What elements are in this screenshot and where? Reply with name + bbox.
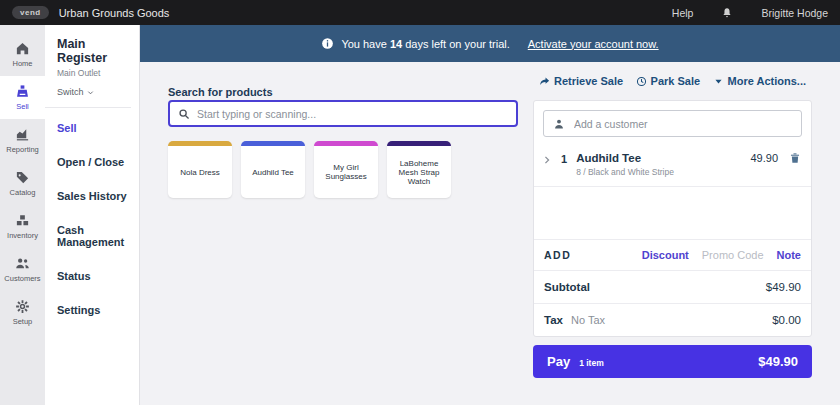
register-menu-cash-management[interactable]: Cash Management xyxy=(57,224,131,248)
sale-actions-bar: Retrieve Sale Park Sale More Actions... xyxy=(533,70,812,92)
info-icon xyxy=(321,37,334,50)
triangle-down-icon xyxy=(713,76,724,87)
quick-key-my-girl-sunglasses[interactable]: My Girl Sunglasses xyxy=(314,141,378,198)
main-nav-sidebar: Home Sell Reporting Catalog Inventory Cu… xyxy=(0,25,45,405)
search-icon xyxy=(178,108,190,120)
sidebar-item-customers[interactable]: Customers xyxy=(0,248,45,291)
subtotal-value: $49.90 xyxy=(766,281,801,293)
more-actions-button[interactable]: More Actions... xyxy=(713,75,806,87)
pay-button[interactable]: Pay 1 item $49.90 xyxy=(533,345,812,378)
add-promo-code-link: Promo Code xyxy=(702,249,764,261)
chart-icon xyxy=(15,127,30,142)
search-products-label: Search for products xyxy=(168,86,273,98)
retrieve-arrow-icon xyxy=(539,76,550,87)
trial-message: You have 14 days left on your trial. xyxy=(341,38,509,50)
vend-logo: vend xyxy=(12,6,49,19)
sidebar-item-home[interactable]: Home xyxy=(0,33,45,76)
switch-register-button[interactable]: Switch xyxy=(57,87,131,97)
chevron-down-icon xyxy=(87,89,94,96)
quick-key-audhild-tee[interactable]: Audhild Tee xyxy=(241,141,305,198)
cart-line-item[interactable]: 1 Audhild Tee 8 / Black and White Stripe… xyxy=(534,146,811,187)
retrieve-sale-button[interactable]: Retrieve Sale xyxy=(539,75,623,87)
quick-key-laboheme-watch[interactable]: LaBoheme Mesh Strap Watch xyxy=(387,141,451,198)
trial-banner: You have 14 days left on your trial. Act… xyxy=(140,25,840,62)
divider xyxy=(45,107,131,108)
register-icon xyxy=(15,84,30,99)
bell-icon[interactable] xyxy=(721,7,733,19)
product-search-input[interactable] xyxy=(197,108,508,120)
pay-total: $49.90 xyxy=(758,354,798,369)
nav-label: Home xyxy=(12,59,32,68)
line-item-qty: 1 xyxy=(561,153,567,165)
nav-label: Inventory xyxy=(7,231,38,240)
add-row: ADD Discount Promo Code Note xyxy=(534,239,811,270)
register-menu-status[interactable]: Status xyxy=(57,270,131,282)
quick-keys-row: Nola Dress Audhild Tee My Girl Sunglasse… xyxy=(168,141,451,198)
add-customer-input[interactable] xyxy=(574,118,792,130)
sidebar-item-inventory[interactable]: Inventory xyxy=(0,205,45,248)
user-menu[interactable]: Brigitte Hodge xyxy=(761,7,828,19)
nav-label: Sell xyxy=(16,102,29,111)
register-menu-sell[interactable]: Sell xyxy=(57,122,131,134)
add-note-link[interactable]: Note xyxy=(777,249,801,261)
park-sale-button[interactable]: Park Sale xyxy=(636,75,701,87)
cart-empty-space xyxy=(534,187,811,239)
line-item-price: 49.90 xyxy=(750,152,778,164)
people-icon xyxy=(15,256,30,271)
tax-row[interactable]: Tax No Tax $0.00 xyxy=(534,303,811,336)
help-link[interactable]: Help xyxy=(672,7,694,19)
tax-type: No Tax xyxy=(571,314,605,326)
cart-panel: 1 Audhild Tee 8 / Black and White Stripe… xyxy=(533,100,812,337)
boxes-icon xyxy=(15,213,30,228)
store-name: Urban Grounds Goods xyxy=(59,7,170,19)
home-icon xyxy=(15,41,30,56)
register-outlet: Main Outlet xyxy=(57,68,131,78)
sidebar-item-reporting[interactable]: Reporting xyxy=(0,119,45,162)
line-item-name: Audhild Tee xyxy=(576,152,674,164)
add-title: ADD xyxy=(544,249,571,261)
top-bar: vend Urban Grounds Goods Help Brigitte H… xyxy=(0,0,840,25)
sidebar-item-setup[interactable]: Setup xyxy=(0,291,45,334)
person-icon xyxy=(553,118,565,130)
subtotal-label: Subtotal xyxy=(544,281,590,293)
add-discount-link[interactable]: Discount xyxy=(642,249,689,261)
product-search-box[interactable] xyxy=(168,100,518,127)
pay-item-count: 1 item xyxy=(579,358,604,368)
chevron-right-icon[interactable] xyxy=(542,155,552,165)
pay-label: Pay xyxy=(547,354,570,369)
nav-label: Setup xyxy=(13,317,33,326)
sidebar-item-catalog[interactable]: Catalog xyxy=(0,162,45,205)
nav-label: Catalog xyxy=(10,188,36,197)
add-customer-box[interactable] xyxy=(543,110,802,137)
register-menu-sales-history[interactable]: Sales History xyxy=(57,190,131,202)
nav-label: Customers xyxy=(4,274,40,283)
activate-account-link[interactable]: Activate your account now. xyxy=(528,38,659,50)
sidebar-item-sell[interactable]: Sell xyxy=(0,76,45,119)
register-menu-open-close[interactable]: Open / Close xyxy=(57,156,131,168)
register-menu-settings[interactable]: Settings xyxy=(57,304,131,316)
tax-value: $0.00 xyxy=(772,314,801,326)
quick-key-nola-dress[interactable]: Nola Dress xyxy=(168,141,232,198)
register-title: Main Register xyxy=(57,37,131,65)
register-panel: Main Register Main Outlet Switch Sell Op… xyxy=(45,25,140,405)
trash-icon[interactable] xyxy=(789,152,801,164)
clock-icon xyxy=(636,76,647,87)
nav-label: Reporting xyxy=(6,145,39,154)
tag-icon xyxy=(15,170,30,185)
tax-label: Tax xyxy=(544,314,563,326)
subtotal-row: Subtotal $49.90 xyxy=(534,270,811,303)
trial-days: 14 xyxy=(390,38,402,50)
gear-icon xyxy=(15,299,30,314)
line-item-variant: 8 / Black and White Stripe xyxy=(576,167,674,177)
